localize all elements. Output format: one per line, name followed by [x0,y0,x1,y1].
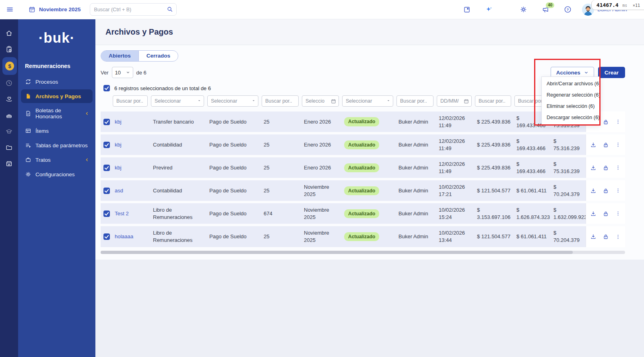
sidebar-item-configuraciones[interactable]: Configuraciones [21,167,93,181]
lock-icon[interactable] [603,210,609,217]
row-amount-other: $ 75.316.239 [551,157,586,178]
filter-input[interactable] [207,95,258,107]
rail-celebrations-icon[interactable] [2,107,17,123]
download-icon[interactable] [590,210,597,217]
table-row: asd Contabilidad Pago de Sueldo 25 Novie… [101,180,625,201]
file-icon [25,93,31,99]
period-selector[interactable]: Noviembre 2025 [29,6,81,13]
icon-rail: $ [0,19,18,357]
dropdown-menu-item[interactable]: Descargar selección (6) [542,112,600,123]
download-icon[interactable] [590,165,597,171]
table-icon [25,128,31,134]
horizontal-scrollbar [101,251,625,254]
row-day: 25 [262,180,302,201]
crear-button[interactable]: Crear [598,67,625,78]
rail-marketplace-icon[interactable] [2,155,17,171]
ai-sparkle-icon[interactable] [485,6,493,14]
lock-icon[interactable] [603,119,609,125]
row-checkbox[interactable] [103,233,110,240]
download-icon[interactable] [590,188,597,194]
row-checkbox[interactable] [103,119,110,125]
scrollbar-thumb[interactable] [101,251,573,254]
dropdown-menu-item[interactable]: Eliminar selección (6) [542,101,600,112]
sidebar-item-items[interactable]: Ítems [21,124,93,138]
row-name-link[interactable]: kbj [115,141,122,149]
row-name-link[interactable]: holaaaa [115,233,133,240]
kebab-menu-icon[interactable] [615,142,621,148]
table-body: kbj Transfer bancario Pago de Sueldo 25 … [101,111,625,247]
rail-training-icon[interactable] [2,123,17,139]
kebab-menu-icon[interactable] [615,234,621,240]
filter-input[interactable] [396,95,433,107]
rail-benefits-icon[interactable] [2,91,17,107]
row-checkbox[interactable] [103,165,110,171]
lock-icon[interactable] [603,142,609,148]
sidebar-item-tablas-de-parametros[interactable]: Tablas de parámetros [21,138,93,152]
download-icon[interactable] [590,142,597,148]
changelog-icon[interactable] [463,6,471,13]
sidebar-item-tratos[interactable]: Tratos [21,153,93,167]
table-row: kbj Contabilidad Pago de Sueldo 25 Enero… [101,134,625,155]
sidebar-item-archivos-y-pagos[interactable]: Archivos y Pagos [21,89,93,103]
rail-home-icon[interactable] [2,25,17,41]
kebab-menu-icon[interactable] [615,188,621,194]
row-checkbox[interactable] [103,210,110,217]
help-icon[interactable]: ? [564,6,572,13]
row-amount-liquid: $ 61.061.411 [514,226,551,247]
search-icon[interactable] [167,6,173,12]
row-period: Enero 2026 [302,157,342,178]
svg-text:?: ? [567,8,569,12]
rail-payroll-icon[interactable]: $ [2,57,17,75]
lock-icon[interactable] [603,233,609,240]
row-checkbox[interactable] [103,188,110,194]
filter-cell [207,95,258,107]
kebab-menu-icon[interactable] [615,119,621,125]
dropdown-menu-item[interactable]: Abrir/Cerrar archivos (6) [542,78,600,89]
filter-input[interactable] [475,95,511,107]
filter-cell [262,95,299,107]
filter-input[interactable] [151,95,204,107]
buk-logo: ·buk· [18,30,95,46]
rail-tasks-icon[interactable] [2,41,17,57]
rail-time-icon[interactable] [2,75,17,91]
row-amount-liquid: $ 169.433.466 [514,134,551,155]
row-name-link[interactable]: asd [115,187,123,194]
filter-input[interactable] [342,95,393,107]
announcements-megaphone-icon[interactable]: 40 [542,6,549,13]
filter-input[interactable] [113,95,148,107]
main-content: Archivos y Pagos Abiertos Cerrados Ver 1… [95,19,644,357]
row-name-link[interactable]: kbj [115,164,122,171]
row-datetime: 12/02/2026 11:49 [437,157,475,178]
row-amount-other: $ 1.632.099.923 [551,203,586,224]
tab-abiertos[interactable]: Abiertos [101,51,138,61]
kebab-menu-icon[interactable] [615,210,621,217]
select-all-checkbox[interactable] [103,85,110,91]
tab-cerrados[interactable]: Cerrados [138,51,178,61]
kebab-menu-icon[interactable] [615,165,621,171]
filter-cell [342,95,393,107]
row-name-link[interactable]: kbj [115,118,122,126]
download-icon[interactable] [590,233,597,240]
row-name-link[interactable]: Test 2 [115,210,129,217]
page-size-select[interactable]: 10 [112,67,133,78]
filter-input[interactable] [262,95,299,107]
filter-input[interactable] [437,95,472,107]
sidebar-item-procesos[interactable]: Procesos [21,75,93,89]
row-day: 25 [262,134,302,155]
chevron-left-icon [85,111,89,116]
row-process: Pago de Sueldo [207,226,262,247]
hamburger-menu-icon[interactable] [6,6,14,13]
settings-gear-icon[interactable] [520,6,527,13]
dropdown-menu-item[interactable]: Regenerar selección (6) [542,89,600,101]
search-input[interactable] [90,3,177,16]
table-row: holaaaa Libro de Remuneraciones Pago de … [101,226,625,247]
lock-icon[interactable] [603,165,609,171]
lock-icon[interactable] [603,188,609,194]
filter-input[interactable] [302,95,339,107]
rail-documents-icon[interactable] [2,139,17,155]
row-datetime: 12/02/2026 11:49 [437,111,475,132]
row-user: Buker Admin [396,157,437,178]
row-day: 674 [262,203,302,224]
row-checkbox[interactable] [103,142,110,148]
sidebar-item-boletas-de-honorarios[interactable]: Boletas de Honorarios [21,104,93,123]
